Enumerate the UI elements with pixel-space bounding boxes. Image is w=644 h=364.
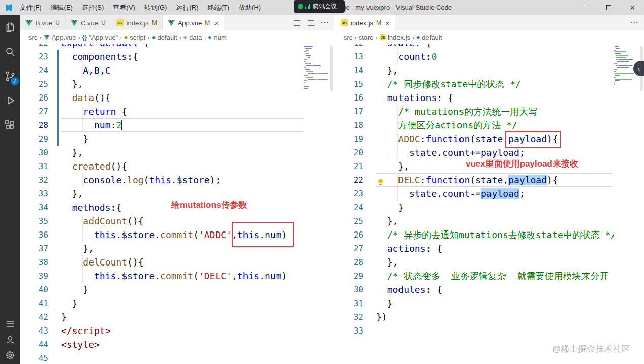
code-line-42[interactable]: 42} (20, 310, 304, 324)
code-line-29[interactable]: 29 /* 状态变多 业务逻辑复杂 就需要使用模块来分开 */ (335, 269, 614, 283)
line-number[interactable]: 25 (335, 214, 363, 228)
line-number[interactable]: 24 (20, 63, 48, 77)
code-line-28[interactable]: 28 }, (335, 255, 614, 269)
line-number[interactable]: 22 (335, 173, 363, 187)
line-number[interactable]: 21 (335, 159, 363, 173)
breadcrumb-item-default[interactable]: ◆default (416, 34, 442, 41)
run-and-debug-icon[interactable] (0, 88, 20, 113)
line-number[interactable]: 38 (20, 255, 48, 269)
editor-layout-icon[interactable] (307, 19, 315, 27)
line-number[interactable]: 20 (335, 146, 363, 159)
line-number[interactable]: 26 (20, 91, 48, 105)
menu-r[interactable]: 运行(R) (171, 0, 203, 15)
tab-C-vue[interactable]: C.vueU (66, 15, 111, 30)
code-line-13[interactable]: 13 count:0 (335, 50, 614, 63)
code-line-25[interactable]: 25 }, (335, 214, 614, 228)
menu-h[interactable]: 帮助(H) (234, 0, 265, 15)
line-number[interactable]: 30 (20, 146, 48, 159)
code-line-26[interactable]: 26 /* 异步的去通知mutations去修改state中的状态 */ (335, 228, 614, 242)
close-button[interactable]: × (621, 0, 644, 15)
menu-f[interactable]: 文件(F) (15, 0, 46, 15)
line-number[interactable]: 45 (20, 351, 48, 364)
line-number[interactable]: 27 (20, 105, 48, 118)
code-line-18[interactable]: 18 方便区分actions的方法 */ (335, 118, 614, 132)
code-line-32[interactable]: 32}) (335, 310, 614, 324)
line-number[interactable]: 17 (335, 105, 363, 118)
line-number[interactable]: 12 (335, 44, 363, 50)
line-number[interactable]: 19 (335, 132, 363, 146)
code-line-16[interactable]: 16 mutations: { (335, 91, 614, 105)
line-number[interactable]: 25 (20, 77, 48, 91)
maximize-button[interactable] (597, 0, 621, 15)
line-number[interactable]: 40 (20, 283, 48, 296)
line-number[interactable]: 32 (335, 310, 363, 324)
accounts-icon[interactable] (0, 332, 20, 347)
code-line-23[interactable]: 23 components:{ (20, 50, 304, 63)
line-number[interactable]: 35 (20, 214, 48, 228)
code-line-22[interactable]: 22export default { (20, 44, 304, 50)
editor-index-js[interactable]: 12 state: {13 count:014 },15 /* 同步修改stat… (335, 44, 644, 364)
explorer-icon[interactable] (0, 15, 20, 40)
code-line-23[interactable]: 23 state.count-=payload; (335, 187, 614, 201)
line-number[interactable]: 31 (335, 296, 363, 310)
code-line-19[interactable]: 19 ADDC:function(state,payload){ (335, 132, 614, 146)
minimize-button[interactable]: ─ (574, 0, 597, 15)
breadcrumb-item-script[interactable]: ◆script (124, 34, 145, 41)
breadcrumb-item-src[interactable]: src (28, 34, 37, 41)
code-line-29[interactable]: 29 } (20, 132, 304, 146)
line-number[interactable]: 18 (335, 118, 363, 132)
breadcrumb-item-data[interactable]: ◆data (183, 34, 202, 41)
code-line-31[interactable]: 31 created(){ (20, 159, 304, 173)
line-number[interactable]: 39 (20, 269, 48, 283)
breadcrumb-item-store[interactable]: store (359, 34, 374, 41)
extensions-icon[interactable] (0, 113, 20, 137)
code-line-40[interactable]: 40 } (20, 283, 304, 296)
code-line-24[interactable]: 24 A,B,C (20, 63, 304, 77)
line-number[interactable]: 32 (20, 173, 48, 187)
code-line-27[interactable]: 27 return { (20, 105, 304, 118)
line-number[interactable]: 37 (20, 242, 48, 255)
code-line-45[interactable]: 45 (20, 351, 304, 364)
code-line-34[interactable]: 34 methods:{ (20, 201, 304, 214)
code-line-41[interactable]: 41 } (20, 296, 304, 310)
manage-icon[interactable] (0, 347, 20, 363)
search-icon[interactable] (0, 40, 20, 64)
tab-index-js[interactable]: JSindex.jsM× (335, 15, 395, 30)
code-line-26[interactable]: 26 data(){ (20, 91, 304, 105)
breadcrumb-item-src[interactable]: src (344, 34, 352, 41)
close-tab-button[interactable]: × (214, 19, 219, 27)
line-number[interactable]: 30 (335, 283, 363, 296)
line-number[interactable]: 31 (20, 159, 48, 173)
line-number[interactable]: 42 (20, 310, 48, 324)
code-line-39[interactable]: 39 this.$store.commit('DELC',this.num) (20, 269, 304, 283)
menu-t[interactable]: 终端(T) (203, 0, 234, 15)
scrollbar[interactable] (329, 44, 334, 364)
code-line-28[interactable]: 28 num:2 (20, 118, 304, 132)
line-number[interactable]: 14 (335, 63, 363, 77)
code-pane[interactable]: 12 state: {13 count:014 },15 /* 同步修改stat… (335, 44, 614, 364)
minimap[interactable] (304, 44, 329, 364)
code-line-12[interactable]: 12 state: { (335, 44, 614, 50)
code-line-30[interactable]: 30 }, (20, 146, 304, 159)
code-line-27[interactable]: 27 actions: { (335, 242, 614, 255)
code-line-44[interactable]: 44<style> (20, 338, 304, 351)
code-line-32[interactable]: 32 console.log(this.$store); (20, 173, 304, 187)
scrollbar[interactable] (639, 44, 644, 364)
code-line-17[interactable]: 17 /* mutations的方法统一用大写 (335, 105, 614, 118)
line-number[interactable]: 26 (335, 228, 363, 242)
line-number[interactable]: 29 (20, 132, 48, 146)
source-control-icon[interactable]: 7 (0, 64, 20, 88)
meeting-overlay[interactable]: 腾讯会议 (294, 0, 345, 13)
line-number[interactable]: 24 (335, 201, 363, 214)
line-number[interactable]: 44 (20, 338, 48, 351)
code-line-20[interactable]: 20 state.count+=payload; (335, 146, 614, 159)
line-number[interactable]: 23 (335, 187, 363, 201)
tab-App-vue[interactable]: App.vueM× (163, 15, 224, 30)
line-number[interactable]: 16 (335, 91, 363, 105)
line-number[interactable]: 28 (20, 118, 48, 132)
line-number[interactable]: 36 (20, 228, 48, 242)
code-line-24[interactable]: 24 } (335, 201, 614, 214)
code-line-38[interactable]: 38 delCount(){ (20, 255, 304, 269)
breadcrumb-item-appvue[interactable]: {}"App.vue" (82, 34, 118, 41)
close-tab-button[interactable]: × (385, 19, 390, 27)
